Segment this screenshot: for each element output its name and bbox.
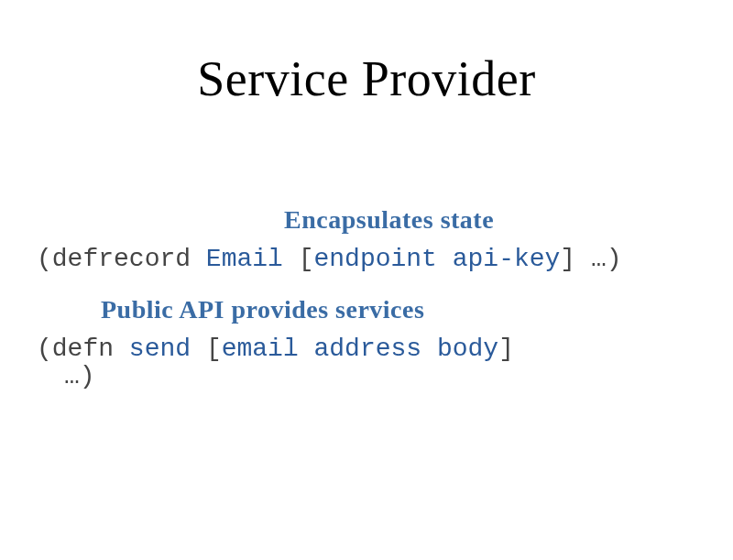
record-name: Email (206, 245, 283, 273)
bracket-close: ] (498, 335, 514, 363)
annotation-encapsulates: Encapsulates state (284, 205, 494, 235)
rest: …) (64, 362, 95, 390)
space (191, 335, 206, 363)
paren-open: ( (37, 245, 52, 273)
paren-open: ( (37, 335, 52, 363)
slide-title: Service Provider (0, 50, 733, 107)
fn-params: email address body (222, 335, 498, 363)
keyword-defn: defn (52, 335, 114, 363)
code-defrecord: (defrecord Email [endpoint api-key] …) (37, 245, 622, 273)
bracket-open: [ (299, 245, 314, 273)
bracket-close: ] (560, 245, 575, 273)
fn-name: send (129, 335, 191, 363)
space (191, 245, 206, 273)
space (114, 335, 129, 363)
keyword-defrecord: defrecord (52, 245, 191, 273)
annotation-public-api: Public API provides services (101, 295, 424, 324)
bracket-open: [ (206, 335, 222, 363)
code-defn: (defn send [email address body] (37, 335, 514, 363)
space (283, 245, 299, 273)
rest: …) (575, 245, 621, 273)
record-params: endpoint api-key (314, 245, 561, 273)
code-defn-continuation: …) (64, 362, 95, 390)
